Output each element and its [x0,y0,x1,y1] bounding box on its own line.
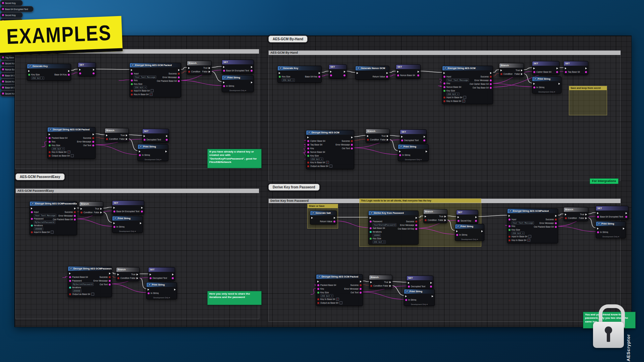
node-generate-salt[interactable]: fGenerate SaltReturn Value [310,210,337,225]
node-set[interactable]: SETBase 64 Encrypted Text [222,60,254,74]
node-branch[interactable]: BranchConditionTrueFalse [423,209,447,223]
data-pin[interactable] [109,276,111,278]
data-pin[interactable] [307,162,309,164]
exec-pin[interactable] [416,217,417,219]
data-pin[interactable] [49,151,51,153]
exec-pin[interactable] [425,216,426,218]
exec-pin[interactable] [481,230,483,232]
exec-pin[interactable] [141,207,143,209]
data-pin[interactable] [423,139,425,141]
variable-get-secret-key[interactable]: Secret Key [0,0,23,6]
node-header[interactable]: fPrint String [596,222,626,226]
node-print-string[interactable]: fPrint StringIn StringDevelopment Only ▾ [138,144,168,161]
node-header[interactable]: fPrint String [222,75,254,80]
data-pin[interactable] [28,74,30,76]
data-pin[interactable] [317,288,319,290]
exec-pin[interactable] [139,150,141,153]
checkbox[interactable] [151,89,154,92]
exec-pin[interactable] [387,139,388,141]
exec-pin[interactable] [389,281,391,283]
exec-pin[interactable] [597,212,599,214]
data-pin[interactable] [117,277,119,279]
data-pin[interactable] [397,74,399,76]
node-header[interactable]: Branch [564,207,588,212]
exec-pin[interactable] [444,219,446,221]
tab-aes-gcm-by-hand[interactable]: AES-GCM By-Hand [268,36,308,43]
node-set[interactable]: SETNonce Base 64 [396,64,421,78]
data-pin[interactable] [178,80,180,82]
node-generate-nonce-gcm[interactable]: fGenerate Nonce GCMReturn Value [355,66,389,80]
data-pin[interactable] [555,222,557,224]
exec-pin[interactable] [585,217,587,219]
node-encrypt-string-aes-gcmpasswordeasy[interactable]: fEncrypt String AES GCMPasswordEasyInput… [30,201,77,235]
exec-pin[interactable] [137,274,138,276]
data-pin[interactable] [425,219,427,221]
node-print-string[interactable]: fPrint StringIn StringDevelopment Only ▾ [398,144,429,161]
exec-pin[interactable] [109,273,111,275]
exec-pin[interactable] [223,66,225,68]
node-derive-key-from-password[interactable]: fDerive Key from PasswordPasswordYourSha… [368,210,419,245]
data-pin[interactable] [508,219,511,221]
development-only-toggle[interactable]: Development Only ▾ [404,303,434,305]
data-pin[interactable] [317,292,319,294]
checkbox[interactable] [51,231,54,234]
data-pin[interactable] [417,74,419,76]
exec-pin[interactable] [597,228,599,230]
exec-pin[interactable] [279,72,280,74]
data-pin[interactable] [172,277,174,279]
checkbox[interactable]: ✓ [336,298,339,301]
exec-pin[interactable] [585,214,587,216]
data-pin[interactable] [565,217,567,219]
enum-dropdown[interactable]: 256 bit ▾ [446,93,460,96]
checkbox[interactable] [329,165,332,168]
checkbox[interactable]: ✓ [326,161,329,164]
node-branch[interactable]: BranchConditionTrueFalse [369,275,392,289]
data-pin[interactable] [370,227,372,229]
exec-pin[interactable] [475,216,477,218]
node-decrypt-string-aes-gcmpasswordeasy[interactable]: fDecrypt String AES GCMPasswordEasyPacke… [68,266,112,297]
data-pin[interactable] [2,8,4,10]
exec-pin[interactable] [126,138,127,140]
data-pin[interactable] [508,239,511,241]
data-pin[interactable] [2,93,4,95]
node-header[interactable]: Branch [369,275,392,280]
node-header[interactable]: fGenerate Key [27,64,71,68]
data-pin[interactable] [69,276,71,278]
exec-pin[interactable] [74,207,76,209]
data-pin[interactable] [367,139,369,141]
node-generate-key[interactable]: fGenerate KeyKey Size256 bit ▾Base 64 Ke… [277,66,322,83]
node-header[interactable]: fEncrypt String AES GCM Packed [130,63,181,67]
data-pin[interactable] [2,56,4,58]
data-pin[interactable] [533,71,535,73]
data-pin[interactable] [106,138,108,140]
exec-pin[interactable] [387,135,388,137]
data-pin[interactable] [533,86,535,88]
exec-pin[interactable] [424,136,425,138]
node-header[interactable]: fDerive Key from Password [369,211,418,215]
data-pin[interactable] [399,154,401,156]
data-pin[interactable] [458,220,460,222]
data-pin[interactable] [139,154,141,156]
exec-pin[interactable] [319,72,320,74]
exec-pin[interactable] [401,136,403,138]
development-only-toggle[interactable]: Development Only ▾ [398,159,428,161]
enum-dropdown[interactable]: 256 bit ▾ [134,86,147,89]
exec-pin[interactable] [144,135,145,137]
data-pin[interactable] [251,70,253,72]
exec-pin[interactable] [357,72,358,74]
data-pin[interactable] [2,68,4,70]
data-pin[interactable] [31,231,33,233]
exec-pin[interactable] [93,133,94,135]
node-header[interactable]: fEncrypt String AES GCMPasswordEasy [30,201,77,206]
node-header[interactable]: SET [149,267,175,272]
note-box-0[interactable]: If you have already a shared key or crea… [207,149,262,168]
data-pin[interactable] [508,225,511,227]
tab-derive-key-from-password[interactable]: Derive Key from Password [268,184,320,191]
data-pin[interactable] [178,73,180,75]
node-header[interactable]: SET [143,129,169,133]
data-pin[interactable] [370,238,372,240]
exec-pin[interactable] [490,72,492,74]
value-input[interactable]: Your Text Message [446,78,469,82]
exec-pin[interactable] [456,230,458,232]
exec-pin[interactable] [555,215,557,217]
